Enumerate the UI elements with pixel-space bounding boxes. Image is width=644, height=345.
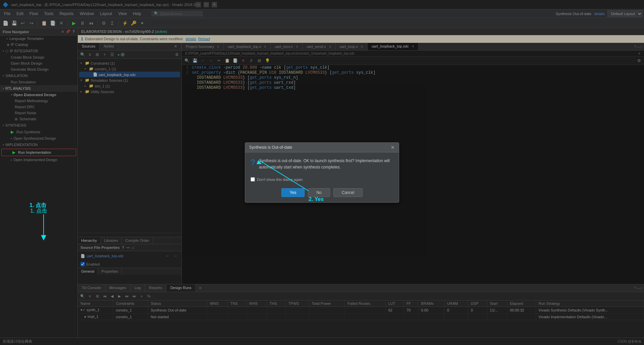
dialog-title-bar: Synthesis is Out-of-date ✕ bbox=[245, 143, 399, 152]
dialog-synthesis-ood: Synthesis is Out-of-date ✕ ? Synthesis i… bbox=[245, 142, 399, 203]
dialog-buttons: Yes No Cancel bbox=[245, 186, 399, 202]
dialog-body: ? Synthesis is out-of-date. OK to launch… bbox=[245, 152, 399, 176]
dialog-checkbox-row[interactable]: Don't show this dialog again bbox=[245, 176, 399, 186]
dialog-overlay: Synthesis is Out-of-date ✕ ? Synthesis i… bbox=[0, 0, 644, 345]
dialog-title-text: Synthesis is Out-of-date bbox=[249, 145, 292, 150]
dont-show-label: Don't show this dialog again bbox=[257, 178, 303, 182]
dialog-yes-btn[interactable]: Yes bbox=[281, 188, 305, 197]
dialog-no-btn[interactable]: No bbox=[308, 188, 330, 197]
dialog-close-btn[interactable]: ✕ bbox=[391, 145, 395, 150]
dialog-question-icon: ? bbox=[251, 158, 255, 170]
dont-show-checkbox[interactable] bbox=[251, 177, 255, 182]
dialog-message: Synthesis is out-of-date. OK to launch s… bbox=[259, 158, 393, 170]
dialog-cancel-btn[interactable]: Cancel bbox=[333, 188, 363, 197]
